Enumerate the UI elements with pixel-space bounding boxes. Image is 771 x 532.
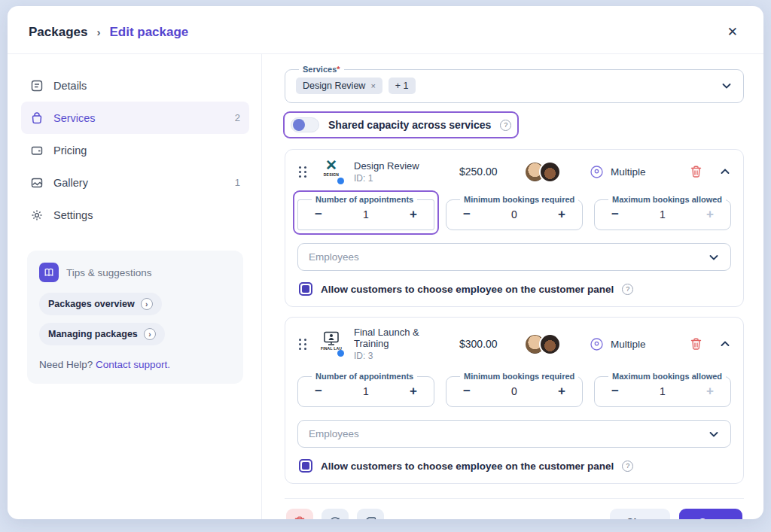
tips-book-icon	[39, 263, 59, 282]
checkbox-label: Allow customers to choose employee on th…	[321, 461, 614, 472]
stepper-value[interactable]: 1	[363, 208, 369, 220]
breadcrumb-chevron-icon: ›	[96, 26, 100, 38]
logo-x-glyph: ✕	[318, 159, 345, 172]
stepper-value[interactable]: 1	[660, 385, 666, 397]
collapse-chevron-icon[interactable]	[719, 338, 731, 350]
plus-button[interactable]: +	[553, 385, 570, 398]
sidebar-item-label: Details	[53, 80, 87, 92]
service-chip-more[interactable]: + 1	[389, 78, 416, 94]
stepper-label: Maximum bookings allowed	[608, 195, 726, 204]
service-price: $300.00	[459, 338, 515, 350]
maximum-bookings-stepper: Maximum bookings allowed − 1 +	[594, 195, 731, 230]
minus-button[interactable]: −	[607, 385, 623, 398]
service-chip-design-review[interactable]: Design Review ×	[296, 78, 382, 94]
stepper-label: Minimum bookings required	[460, 195, 578, 204]
eye-off-icon	[328, 515, 342, 520]
minus-button[interactable]: −	[310, 208, 327, 221]
status-dot	[337, 350, 344, 357]
pricing-wallet-icon	[30, 144, 44, 157]
tip-packages-overview[interactable]: Packages overview ›	[39, 293, 162, 315]
minus-button[interactable]: −	[310, 385, 327, 398]
gallery-image-icon	[30, 176, 44, 190]
chip-remove-icon[interactable]: ×	[370, 81, 375, 90]
logo-caption: DESIGN	[318, 172, 345, 177]
plus-button[interactable]: +	[405, 385, 422, 398]
delete-package-button[interactable]	[286, 509, 313, 519]
save-button[interactable]: Save	[679, 509, 742, 519]
close-icon[interactable]: ✕	[723, 23, 742, 41]
chevron-down-icon	[708, 428, 720, 440]
stepper-label: Maximum bookings allowed	[608, 372, 726, 381]
number-of-appointments-stepper: Number of appointments − 1 +	[297, 195, 434, 230]
hide-package-button[interactable]	[322, 509, 349, 519]
sidebar-item-services[interactable]: Services 2	[21, 102, 249, 134]
drag-handle-icon[interactable]	[297, 337, 309, 351]
sidebar: Details Services 2 Pricing Gallery 1 S	[8, 54, 262, 519]
employee-avatars	[524, 333, 561, 355]
services-bag-icon	[30, 111, 44, 125]
help-icon[interactable]: ?	[622, 284, 633, 295]
duplicate-package-button[interactable]	[357, 509, 384, 519]
breadcrumb-packages[interactable]: Packages	[29, 25, 87, 40]
collapse-chevron-icon[interactable]	[719, 166, 731, 178]
drag-handle-icon[interactable]	[297, 165, 309, 179]
allow-employee-choice-checkbox[interactable]	[299, 459, 312, 473]
settings-gear-icon	[30, 208, 44, 222]
location-icon	[590, 337, 604, 351]
stepper-label: Number of appointments	[312, 195, 417, 204]
employees-select[interactable]: Employees	[297, 420, 731, 448]
breadcrumb-edit-package: Edit package	[109, 25, 188, 40]
shared-capacity-toggle[interactable]	[291, 117, 319, 132]
edit-package-modal: Packages › Edit package ✕ Details Servic…	[8, 6, 763, 519]
help-icon[interactable]: ?	[500, 120, 511, 131]
minus-button[interactable]: −	[459, 385, 475, 398]
service-id: ID: 3	[354, 351, 450, 361]
delete-service-icon[interactable]	[690, 165, 702, 178]
services-multiselect[interactable]: Services* Design Review × + 1	[285, 65, 744, 103]
sidebar-item-details[interactable]: Details	[21, 69, 249, 102]
stepper-value[interactable]: 0	[511, 385, 517, 397]
modal-footer: Close Save	[285, 498, 744, 519]
contact-support-link[interactable]: Contact support.	[96, 359, 170, 370]
chevron-down-icon[interactable]	[721, 80, 733, 92]
delete-service-icon[interactable]	[690, 337, 702, 351]
sidebar-item-gallery[interactable]: Gallery 1	[21, 166, 249, 199]
plus-button-disabled: +	[702, 208, 718, 221]
service-logo-final-launch: FINAL LAU	[318, 331, 345, 357]
chevron-down-icon	[708, 251, 720, 263]
stepper-label: Number of appointments	[312, 372, 417, 381]
service-id: ID: 1	[354, 173, 450, 184]
monitor-icon	[322, 331, 340, 346]
employees-select[interactable]: Employees	[297, 243, 731, 271]
service-name: Design Review	[354, 160, 450, 172]
stepper-value[interactable]: 1	[363, 385, 369, 397]
tip-managing-packages[interactable]: Managing packages ›	[39, 323, 165, 345]
plus-button[interactable]: +	[553, 208, 570, 221]
employees-placeholder: Employees	[309, 251, 359, 263]
sidebar-item-settings[interactable]: Settings	[21, 199, 249, 231]
stepper-value[interactable]: 0	[511, 208, 517, 220]
location-label: Multiple	[611, 166, 646, 178]
avatar	[539, 161, 561, 183]
close-button[interactable]: Close	[610, 509, 671, 519]
toggle-knob	[293, 119, 305, 131]
checkbox-label: Allow customers to choose employee on th…	[321, 284, 614, 295]
plus-button[interactable]: +	[405, 208, 422, 221]
tip-label: Managing packages	[48, 329, 138, 339]
chevron-right-icon: ›	[141, 298, 153, 310]
modal-header: Packages › Edit package ✕	[8, 6, 763, 54]
status-dot	[337, 178, 344, 184]
tip-label: Packages overview	[48, 299, 135, 309]
modal-body: Details Services 2 Pricing Gallery 1 S	[8, 54, 763, 519]
details-icon	[30, 79, 44, 93]
help-icon[interactable]: ?	[622, 461, 633, 472]
allow-employee-choice-checkbox[interactable]	[299, 282, 312, 296]
employees-placeholder: Employees	[309, 428, 359, 439]
stepper-value[interactable]: 1	[660, 208, 666, 220]
chip-label: Design Review	[303, 81, 365, 91]
minus-button[interactable]: −	[459, 208, 475, 221]
location-icon	[590, 165, 604, 179]
trash-icon	[294, 515, 306, 519]
sidebar-item-pricing[interactable]: Pricing	[21, 134, 249, 166]
minus-button[interactable]: −	[607, 208, 623, 221]
